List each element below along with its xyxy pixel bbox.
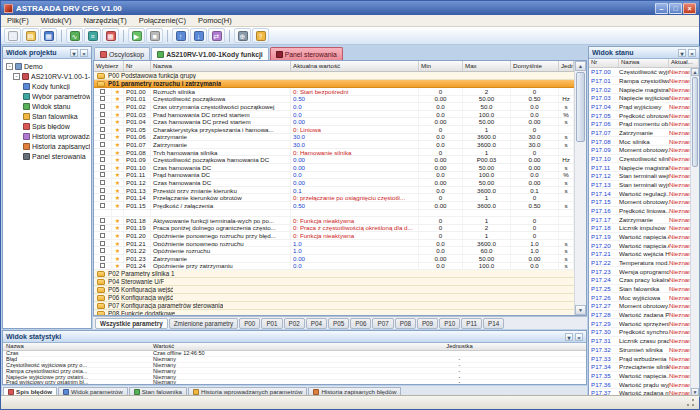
param-value[interactable]: 0: Hamowanie silnika — [291, 149, 419, 156]
status-row[interactable]: P17.31Licznik czasu pracyNieznany — [589, 337, 690, 346]
row-checkbox[interactable] — [100, 89, 105, 94]
param-value[interactable]: 0: Funkcja nieaktywna — [291, 217, 419, 224]
document-tab[interactable]: Oscyloskop — [94, 47, 150, 60]
param-value[interactable]: 0.00 — [291, 179, 419, 186]
status-row[interactable]: P17.34Przeciążenie silnikaNieznany — [589, 363, 690, 372]
status-row[interactable]: P17.10Częstotliwość silni...Nieznany — [589, 155, 690, 164]
favorite-star-icon[interactable]: ★ — [112, 263, 124, 270]
favorite-star-icon[interactable]: ★ — [112, 156, 124, 163]
status-row[interactable]: P17.15Moment obrotowy...Nieznany — [589, 198, 690, 207]
table-row[interactable]: ★P01.19Praca poniżej dolnego ograniczeni… — [94, 225, 574, 233]
row-checkbox[interactable] — [100, 180, 105, 185]
column-header[interactable]: Min — [419, 61, 463, 71]
group-row[interactable]: P05 Konfiguracja wejść — [94, 286, 574, 294]
group-row[interactable]: P07 Konfiguracja parametrów sterowania — [94, 302, 574, 310]
status-row[interactable]: P17.01Rampa częstotliwo...Nieznany — [589, 77, 690, 86]
favorite-star-icon[interactable]: ★ — [112, 202, 124, 209]
favorite-star-icon[interactable]: ★ — [112, 217, 124, 224]
status-row[interactable]: P17.20Wartość napięcia AI2Nieznany — [589, 241, 690, 250]
param-value[interactable]: 0.00 — [291, 164, 419, 171]
status-row[interactable]: P17.11Napięcie magistrali...Nieznany — [589, 163, 690, 172]
tree-item-spis-bledow[interactable]: Spis błędów — [4, 121, 90, 131]
group-row[interactable]: P02 Parametry silnika 1 — [94, 270, 574, 278]
tree-item-device[interactable]: -AS210RV-V1.00-1-Offline — [4, 71, 90, 81]
status-row[interactable]: P17.17ZatrzymanieNieznany — [589, 215, 690, 224]
favorite-star-icon[interactable]: ★ — [112, 255, 124, 262]
parameter-tab[interactable]: P06 — [350, 318, 371, 329]
group-row[interactable]: P08 Funkcje dodatkowe — [94, 310, 574, 315]
status-row[interactable]: P17.05Prędkość obrotow...Nieznany — [589, 111, 690, 120]
parameter-tab[interactable]: Zmienione parametry — [169, 318, 239, 329]
scroll-up-icon[interactable]: ▲ — [691, 68, 699, 76]
row-checkbox[interactable] — [100, 241, 105, 246]
row-checkbox[interactable] — [100, 157, 105, 162]
favorite-star-icon[interactable]: ★ — [112, 164, 124, 171]
row-checkbox[interactable] — [100, 119, 105, 124]
column-header[interactable]: Max — [463, 61, 511, 71]
menu-item[interactable]: Plik(F) — [1, 16, 35, 25]
table-row[interactable]: ★P01.00Rozruch silnika0: Start bezpośred… — [94, 88, 574, 96]
row-checkbox[interactable] — [100, 104, 105, 109]
status-row[interactable]: P17.18Licznik impulsówNieznany — [589, 224, 690, 233]
param-value[interactable]: 0.00 — [291, 156, 419, 163]
table-row[interactable]: ★P01.20Opóźnienie ponownego rozruchu prz… — [94, 232, 574, 240]
group-row[interactable]: P04 Sterowanie U/F — [94, 278, 574, 286]
param-value[interactable]: 0: Liniowa — [291, 126, 419, 133]
download-button[interactable]: ↓ — [190, 28, 207, 43]
menu-item[interactable]: Pomoc(H) — [192, 16, 238, 25]
row-checkbox[interactable] — [100, 96, 105, 101]
status-row[interactable]: P17.03Napięcie wyjścioweNieznany — [589, 94, 690, 103]
favorite-star-icon[interactable]: ★ — [112, 126, 124, 133]
parameter-tab[interactable]: P00 — [239, 318, 260, 329]
panel-close-icon[interactable]: × — [575, 333, 583, 341]
settings-button[interactable]: ⊕ — [234, 28, 251, 43]
statistics-row[interactable]: Prąd wyjściowy przy ostatnim bł...Niezna… — [3, 380, 586, 385]
scroll-down-icon[interactable]: ▼ — [575, 305, 586, 315]
connect-button[interactable]: ▶ — [128, 28, 145, 43]
column-header[interactable]: Nazwa — [151, 61, 291, 71]
row-checkbox[interactable] — [100, 127, 105, 132]
favorite-star-icon[interactable]: ★ — [112, 134, 124, 141]
table-row[interactable]: ★P01.10Czas hamowania DC0.000.0050.000.0… — [94, 164, 574, 172]
minimize-button[interactable]: – — [655, 3, 668, 14]
favorite-star-icon[interactable] — [112, 210, 124, 217]
column-header[interactable]: Aktual... — [669, 59, 699, 67]
tree-item-panel-sterowania[interactable]: Panel sterowania — [4, 151, 90, 161]
table-row[interactable]: ★P01.07Zatrzymanie30.00.03600.030.0s — [94, 141, 574, 149]
favorite-star-icon[interactable]: ★ — [112, 118, 124, 125]
parameter-tab[interactable]: P01 — [261, 318, 282, 329]
resize-grip-icon[interactable] — [686, 398, 695, 407]
group-row[interactable]: P01 parametry rozruchu i zatrzymania — [94, 80, 574, 88]
status-row[interactable]: P17.29Wartość sprzężeni...Nieznany — [589, 319, 690, 328]
scroll-up-icon[interactable]: ▲ — [575, 61, 586, 71]
tree-item-kody-funkcji[interactable]: Kody funkcji — [4, 81, 90, 91]
row-checkbox[interactable] — [100, 134, 105, 139]
row-checkbox[interactable] — [100, 195, 105, 200]
status-row[interactable]: P17.02Napięcie magistrali...Nieznany — [589, 85, 690, 94]
favorite-star-icon[interactable]: ★ — [112, 149, 124, 156]
param-value[interactable] — [291, 210, 419, 217]
row-checkbox[interactable] — [100, 165, 105, 170]
table-row[interactable]: ★P01.02Czas utrzymania częstotliwości po… — [94, 103, 574, 111]
param-value[interactable]: 0.50 — [291, 202, 419, 209]
status-row[interactable]: P17.30Prędkość synchro...Nieznany — [589, 328, 690, 337]
tree-item-project-root[interactable]: -Demo — [4, 61, 90, 71]
group-row[interactable]: P00 Podstawowa funkcja grupy — [94, 72, 574, 80]
menu-item[interactable]: Połączenie(C) — [133, 16, 192, 25]
table-row[interactable]: ★P01.11Prąd hamowania DC0.00.0100.00.0% — [94, 172, 574, 180]
disconnect-button[interactable]: ■ — [146, 28, 163, 43]
table-row[interactable]: ★P01.18Aktywowanie funkcji terminala-wyc… — [94, 217, 574, 225]
save-button[interactable]: ▦ — [40, 28, 57, 43]
parameter-tab[interactable]: Wszystkie parametry — [95, 318, 168, 329]
new-project-button[interactable]: ▢ — [4, 28, 21, 43]
status-row[interactable]: P17.35Wartość napięcia...Nieznany — [589, 372, 690, 381]
compare-button[interactable]: ⇄ — [208, 28, 225, 43]
scrollbar-thumb[interactable] — [692, 77, 698, 167]
status-row[interactable]: P17.21Wartość wejścia HDINieznany — [589, 250, 690, 259]
row-checkbox[interactable] — [100, 248, 105, 253]
favorite-star-icon[interactable]: ★ — [112, 194, 124, 201]
row-checkbox[interactable] — [100, 225, 105, 230]
table-row[interactable]: ★P01.12Czas hamowania DC0.000.0050.000.0… — [94, 179, 574, 187]
status-row[interactable]: P17.16Prędkość liniowa...Nieznany — [589, 207, 690, 216]
row-checkbox[interactable] — [100, 203, 105, 208]
